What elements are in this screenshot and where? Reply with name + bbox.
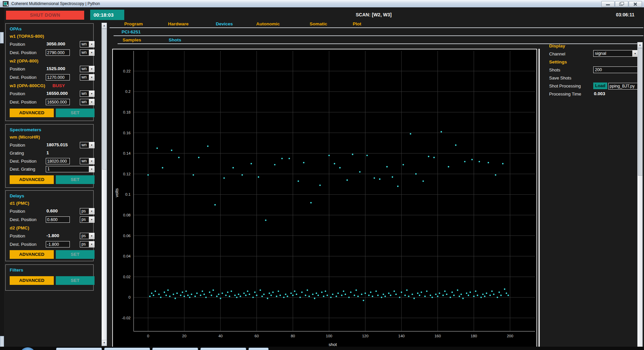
shutdown-button[interactable]: SHUT DOWN	[6, 11, 84, 20]
svg-text:180: 180	[471, 334, 477, 338]
chevron-down-icon[interactable]: ▼	[89, 208, 94, 214]
opas-advanced-button[interactable]: ADVANCED	[10, 109, 54, 117]
chevron-down-icon[interactable]: ▼	[89, 166, 94, 172]
svg-text:0.1: 0.1	[125, 192, 131, 196]
chevron-down-icon[interactable]: ▼	[89, 66, 94, 72]
tab-devices[interactable]: Devices	[216, 21, 233, 26]
w2-dest-units-select[interactable]: wn ▼	[80, 74, 95, 80]
close-button[interactable]	[629, 1, 642, 7]
taskbar-app-button[interactable]	[56, 348, 102, 350]
taskbar-app-button[interactable]	[104, 348, 150, 350]
tab-samples[interactable]: Samples	[123, 37, 141, 42]
tab-hardware[interactable]: Hardware	[168, 21, 189, 26]
taskbar-app-button[interactable]	[200, 348, 246, 350]
sidebar-scrollbar[interactable]: ▲ ▼	[102, 23, 107, 346]
w1-position-units-select[interactable]: wn ▼	[80, 41, 95, 47]
wm-grating-value: 1	[46, 150, 49, 155]
taskbar-app-button[interactable]	[152, 348, 198, 350]
scroll-up-icon[interactable]: ▲	[638, 42, 642, 48]
wm-dest-units-select[interactable]: wn ▼	[80, 158, 95, 164]
filters-advanced-button[interactable]: ADVANCED	[10, 276, 54, 285]
taskbar-app-button[interactable]	[249, 348, 269, 350]
tab-autonomic[interactable]: Autonomic	[256, 21, 280, 26]
channel-select[interactable]: signal ▼	[593, 50, 638, 57]
shots-scatter-chart: -0.0200.020.040.060.080.10.120.140.160.1…	[113, 49, 536, 350]
delays-set-button[interactable]: SET	[56, 250, 95, 259]
w3-position-value: 16550.000	[46, 91, 68, 96]
scan-status: SCAN: [W2, W3]	[356, 12, 391, 17]
chevron-down-icon[interactable]: ▼	[89, 99, 94, 105]
wm-dest-input[interactable]	[46, 158, 70, 164]
d2-dest-input[interactable]	[46, 241, 70, 247]
w3-name: w3 (OPA-800CG)	[10, 83, 45, 88]
tab-pci-6251[interactable]: PCI-6251	[122, 29, 141, 34]
d1-position-units-select[interactable]: ps ▼	[80, 208, 95, 214]
app-window: SHUT DOWN 00:18:03 SCAN: [W2, W3] 03:06:…	[4, 7, 644, 347]
wm-dest-label: Dest. Position	[10, 159, 36, 164]
w2-name: w2 (OPA-800)	[10, 58, 38, 63]
load-script-button[interactable]: Load	[593, 82, 607, 89]
spectrometers-title: Spectrometers	[10, 127, 41, 132]
w1-name: w1 (TOPAS-800)	[10, 34, 44, 39]
d2-dest-units-select[interactable]: ps ▼	[80, 241, 95, 247]
tab-plot[interactable]: Plot	[353, 21, 361, 26]
minimize-button[interactable]	[601, 1, 615, 7]
delays-groupbox: Delays d1 (PMC) Position 0.600 ps ▼ Dest…	[5, 190, 94, 261]
panel-splitter[interactable]	[538, 49, 540, 350]
wm-dest-grating-select[interactable]: 1 ▼	[46, 166, 95, 172]
chevron-down-icon[interactable]: ▼	[89, 41, 94, 47]
svg-text:40: 40	[218, 334, 223, 338]
svg-text:120: 120	[362, 334, 368, 338]
w1-dest-units-select[interactable]: wn ▼	[80, 49, 95, 56]
desktop: Coherent Multidimensional Spectroscopy |…	[0, 0, 644, 350]
w1-position-label: Position	[10, 42, 25, 47]
opas-title: OPAs	[10, 26, 22, 31]
chevron-down-icon[interactable]: ▼	[89, 241, 94, 247]
w2-position-units-select[interactable]: wn ▼	[80, 66, 95, 72]
chevron-down-icon[interactable]: ▼	[89, 50, 94, 55]
tab-shots[interactable]: Shots	[169, 37, 181, 42]
delays-advanced-button[interactable]: ADVANCED	[10, 250, 54, 259]
chevron-down-icon[interactable]: ▼	[89, 233, 94, 239]
wm-position-units-select[interactable]: wn ▼	[80, 142, 95, 148]
app-icon	[3, 1, 9, 7]
svg-text:0.12: 0.12	[123, 172, 131, 176]
spectrometers-advanced-button[interactable]: ADVANCED	[10, 175, 54, 184]
chevron-down-icon[interactable]: ▼	[89, 74, 94, 80]
w3-dest-units-select[interactable]: wn ▼	[80, 99, 95, 105]
sidebar-scrollbar-thumb[interactable]	[102, 29, 107, 170]
spectrometers-set-button[interactable]: SET	[56, 175, 95, 184]
processing-time-value: 0.003	[594, 91, 605, 96]
w3-position-units-select[interactable]: wn ▼	[80, 91, 95, 97]
scroll-down-icon[interactable]: ▼	[102, 340, 107, 346]
shots-input[interactable]	[593, 66, 639, 73]
right-panel-scrollbar[interactable]: ▲ ▼	[637, 42, 643, 350]
chevron-down-icon[interactable]: ▼	[89, 217, 94, 222]
d2-position-value: -1.800	[46, 233, 59, 238]
d2-position-units-select[interactable]: ps ▼	[80, 233, 95, 239]
window-title: Coherent Multidimensional Spectroscopy |…	[11, 1, 100, 6]
restore-button[interactable]	[615, 1, 628, 7]
start-button[interactable]	[19, 347, 36, 350]
w3-dest-input[interactable]	[46, 99, 70, 105]
tab-somatic[interactable]: Somatic	[310, 21, 327, 26]
chevron-down-icon[interactable]: ▼	[89, 158, 94, 164]
w2-dest-label: Dest. Position	[10, 75, 36, 80]
chevron-down-icon[interactable]: ▼	[89, 91, 94, 97]
processing-file-field[interactable]: pping_BJT.py	[608, 83, 640, 90]
chevron-down-icon[interactable]: ▼	[89, 142, 94, 148]
svg-text:20: 20	[182, 334, 186, 338]
d1-dest-units-select[interactable]: ps ▼	[80, 216, 95, 223]
tab-program[interactable]: Program	[124, 21, 143, 26]
opas-groupbox: OPAs w1 (TOPAS-800) Position 3050.000 wn…	[5, 23, 94, 121]
w2-dest-input[interactable]	[46, 74, 70, 80]
shot-processing-label: Shot Processing	[549, 83, 581, 89]
chevron-down-icon[interactable]: ▼	[632, 50, 638, 56]
scroll-up-icon[interactable]: ▲	[102, 23, 107, 29]
right-panel-scrollbar-thumb[interactable]	[638, 48, 643, 176]
w1-dest-input[interactable]	[46, 49, 70, 56]
opas-set-button[interactable]: SET	[56, 109, 95, 117]
filters-set-button[interactable]: SET	[56, 276, 95, 285]
d1-dest-input[interactable]	[46, 216, 70, 223]
svg-text:160: 160	[435, 334, 441, 338]
